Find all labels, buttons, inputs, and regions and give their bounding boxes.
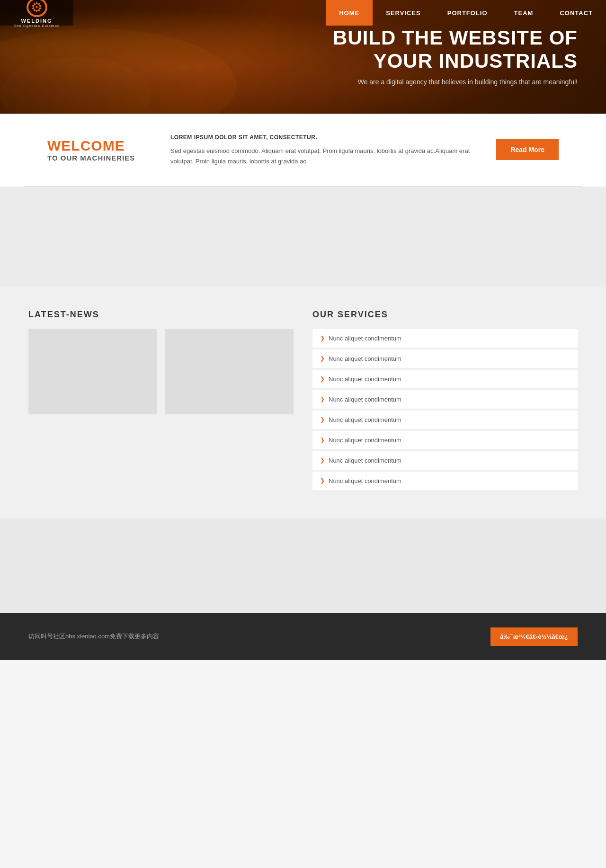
two-col-section: LATEST-NEWS OUR SERVICES ❯Nunc aliquet c… — [0, 286, 606, 519]
service-chevron-icon-5: ❯ — [320, 437, 325, 443]
grey-middle-section — [0, 187, 606, 286]
our-services-col: OUR SERVICES ❯Nunc aliquet condimentum❯N… — [312, 310, 578, 490]
our-services-heading: OUR SERVICES — [312, 310, 578, 320]
service-item-label-3: Nunc aliquet condimentum — [329, 396, 401, 403]
nav-item-portfolio[interactable]: PORTFOLIO — [434, 0, 501, 26]
welcome-text-body: Sed egestas euismod commodo. Aliquam era… — [170, 146, 477, 167]
footer-button-label: å‰¯æ³¼€ã€‹è½½ã€œ¿ — [500, 633, 568, 640]
service-item-7[interactable]: ❯Nunc aliquet condimentum — [312, 472, 578, 490]
service-item-label-2: Nunc aliquet condimentum — [329, 376, 401, 383]
service-item-3[interactable]: ❯Nunc aliquet condimentum — [312, 390, 578, 409]
service-item-label-5: Nunc aliquet condimentum — [329, 437, 401, 444]
hero-title-line1: BUILD THE WEBSITE OF — [333, 27, 578, 49]
nav-links: HOME SERVICES PORTFOLIO TEAM CONTACT — [326, 0, 606, 26]
service-item-1[interactable]: ❯Nunc aliquet condimentum — [312, 349, 578, 368]
service-chevron-icon-4: ❯ — [320, 416, 325, 423]
service-item-label-6: Nunc aliquet condimentum — [329, 457, 401, 464]
hero-content: BUILD THE WEBSITE OF YOUR INDUSTRIALS We… — [333, 27, 578, 87]
service-chevron-icon-1: ❯ — [320, 355, 325, 362]
service-chevron-icon-0: ❯ — [320, 335, 325, 341]
logo[interactable]: WELDING Sed Egestas Euismod — [0, 0, 73, 26]
hero-subtitle: We are a digital agency that believes in… — [333, 77, 578, 87]
hero-title-line2: YOUR INDUSTRIALS — [374, 50, 578, 72]
news-item-1 — [28, 329, 157, 414]
nav-item-services[interactable]: SERVICES — [373, 0, 434, 26]
service-item-5[interactable]: ❯Nunc aliquet condimentum — [312, 431, 578, 449]
logo-name: WELDING — [21, 18, 53, 24]
welcome-left: WELCOME TO OUR MACHINERIES — [47, 138, 152, 162]
read-more-button[interactable]: Read More — [496, 139, 559, 160]
footer-text: 访问叫号社区bbs.xienlao.com免费下载更多内容 — [28, 632, 159, 641]
welcome-text-heading: LOREM IPSUM DOLOR SIT AMET, CONSECTETUR. — [170, 133, 477, 142]
welcome-subtitle: TO OUR MACHINERIES — [47, 154, 152, 162]
service-item-label-7: Nunc aliquet condimentum — [329, 477, 401, 484]
footer-button[interactable]: å‰¯æ³¼€ã€‹è½½ã€œ¿ — [490, 627, 578, 646]
welcome-section: WELCOME TO OUR MACHINERIES LOREM IPSUM D… — [0, 114, 606, 187]
service-item-6[interactable]: ❯Nunc aliquet condimentum — [312, 451, 578, 470]
large-grey-section — [0, 519, 606, 613]
service-item-4[interactable]: ❯Nunc aliquet condimentum — [312, 411, 578, 429]
welcome-title: WELCOME — [47, 138, 152, 154]
welcome-inner: WELCOME TO OUR MACHINERIES LOREM IPSUM D… — [24, 114, 582, 187]
service-chevron-icon-3: ❯ — [320, 396, 325, 403]
navigation: WELDING Sed Egestas Euismod HOME SERVICE… — [0, 0, 606, 26]
nav-item-team[interactable]: TEAM — [501, 0, 547, 26]
service-item-2[interactable]: ❯Nunc aliquet condimentum — [312, 370, 578, 388]
service-chevron-icon-6: ❯ — [320, 457, 325, 464]
service-chevron-icon-7: ❯ — [320, 477, 325, 484]
service-item-0[interactable]: ❯Nunc aliquet condimentum — [312, 329, 578, 348]
nav-item-home[interactable]: HOME — [326, 0, 373, 26]
service-item-label-1: Nunc aliquet condimentum — [329, 355, 401, 362]
service-item-label-4: Nunc aliquet condimentum — [329, 416, 401, 423]
welcome-text: LOREM IPSUM DOLOR SIT AMET, CONSECTETUR.… — [170, 133, 477, 167]
latest-news-col: LATEST-NEWS — [28, 310, 294, 490]
logo-gear-icon — [27, 0, 47, 17]
news-items — [28, 329, 294, 414]
footer: 访问叫号社区bbs.xienlao.com免费下载更多内容 å‰¯æ³¼€ã€‹… — [0, 613, 606, 660]
service-item-label-0: Nunc aliquet condimentum — [329, 335, 401, 342]
latest-news-heading: LATEST-NEWS — [28, 310, 294, 320]
news-item-2 — [165, 329, 294, 414]
logo-sub: Sed Egestas Euismod — [14, 24, 60, 28]
hero-title: BUILD THE WEBSITE OF YOUR INDUSTRIALS — [333, 27, 578, 72]
services-list: ❯Nunc aliquet condimentum❯Nunc aliquet c… — [312, 329, 578, 490]
service-chevron-icon-2: ❯ — [320, 376, 325, 382]
nav-item-contact[interactable]: CONTACT — [546, 0, 606, 26]
